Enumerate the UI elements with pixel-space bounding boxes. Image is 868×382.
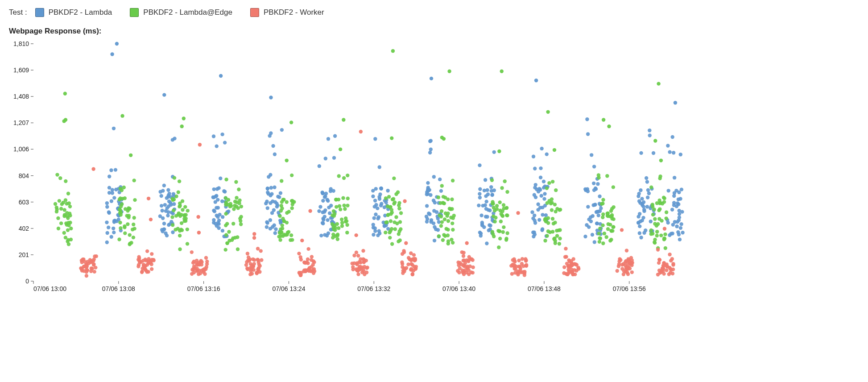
svg-text:07/06 13:08: 07/06 13:08 — [102, 285, 135, 292]
svg-point-884 — [444, 212, 447, 215]
svg-point-610 — [119, 226, 122, 230]
svg-point-130 — [220, 199, 224, 203]
svg-point-246 — [327, 231, 330, 235]
svg-point-688 — [173, 176, 176, 179]
svg-point-1345 — [412, 269, 415, 272]
svg-point-389 — [485, 241, 488, 245]
svg-point-447 — [591, 233, 594, 237]
svg-point-1008 — [606, 227, 610, 231]
svg-point-399 — [536, 202, 540, 206]
svg-point-933 — [500, 186, 504, 190]
svg-point-922 — [504, 206, 508, 210]
svg-point-1529 — [656, 273, 660, 276]
svg-point-535 — [672, 194, 676, 198]
svg-point-390 — [487, 228, 491, 232]
svg-point-478 — [585, 117, 589, 121]
svg-point-976 — [552, 222, 555, 225]
svg-point-1229 — [252, 232, 256, 236]
legend-item-worker[interactable]: PBKDF2 - Worker — [250, 8, 324, 17]
legend-item-lambda[interactable]: PBKDF2 - Lambda — [35, 8, 112, 17]
svg-point-371 — [484, 199, 488, 203]
svg-point-1015 — [611, 229, 614, 233]
svg-point-1017 — [608, 223, 612, 226]
svg-point-892 — [451, 216, 455, 220]
svg-point-1142 — [145, 249, 149, 253]
svg-point-165 — [219, 177, 222, 180]
svg-point-1170 — [191, 261, 195, 265]
svg-point-770 — [281, 224, 284, 227]
svg-point-1382 — [467, 258, 470, 262]
svg-point-1149 — [149, 218, 153, 221]
svg-point-323 — [436, 216, 440, 220]
svg-point-935 — [500, 214, 504, 217]
svg-point-789 — [342, 203, 346, 207]
svg-point-902 — [501, 230, 505, 234]
svg-point-169 — [219, 74, 223, 78]
svg-point-380 — [485, 215, 489, 219]
svg-point-1300 — [356, 272, 360, 276]
svg-point-1223 — [247, 256, 250, 259]
scatter-chart[interactable]: 02014026038041,0061,2071,4081,6091,81007… — [9, 40, 687, 295]
svg-point-1427 — [511, 264, 515, 267]
svg-point-464 — [595, 222, 599, 225]
svg-point-978 — [554, 239, 557, 243]
svg-point-1147 — [140, 270, 144, 273]
svg-point-1456 — [562, 265, 566, 269]
svg-point-198 — [270, 192, 273, 195]
svg-point-222 — [329, 187, 332, 191]
svg-text:1,810: 1,810 — [13, 40, 29, 47]
svg-point-1011 — [598, 227, 602, 230]
svg-point-684 — [183, 205, 187, 208]
svg-point-658 — [174, 228, 177, 231]
svg-text:1,207: 1,207 — [13, 119, 29, 126]
svg-point-880 — [451, 221, 454, 225]
svg-point-705 — [231, 237, 235, 240]
svg-point-377 — [478, 187, 482, 191]
svg-point-624 — [131, 228, 134, 231]
svg-point-690 — [174, 195, 178, 198]
svg-point-1190 — [197, 231, 201, 234]
svg-point-966 — [551, 217, 554, 220]
svg-point-332 — [433, 225, 436, 229]
svg-point-582 — [64, 236, 67, 239]
svg-point-122 — [167, 204, 170, 208]
legend-swatch-lambda — [35, 8, 44, 17]
svg-point-520 — [645, 180, 649, 183]
legend-item-lambda-edge[interactable]: PBKDF2 - Lambda@Edge — [130, 8, 232, 17]
svg-point-77 — [112, 231, 116, 234]
svg-point-895 — [442, 233, 446, 237]
svg-point-1101 — [91, 267, 94, 270]
svg-point-197 — [279, 191, 282, 195]
svg-point-236 — [326, 199, 330, 203]
legend-swatch-lambda-edge — [130, 8, 139, 17]
svg-point-974 — [551, 180, 554, 183]
svg-point-1025 — [598, 236, 601, 240]
svg-point-70 — [112, 220, 116, 224]
svg-point-111 — [167, 223, 170, 227]
svg-point-1020 — [605, 174, 609, 178]
svg-point-804 — [331, 222, 334, 226]
svg-point-234 — [327, 206, 331, 209]
svg-point-1527 — [667, 272, 671, 276]
svg-point-815 — [342, 118, 345, 121]
svg-text:07/06 13:24: 07/06 13:24 — [272, 285, 305, 292]
svg-point-1462 — [564, 247, 567, 250]
svg-point-732 — [226, 203, 229, 206]
svg-point-71 — [105, 241, 109, 244]
svg-point-896 — [448, 207, 451, 210]
svg-point-1268 — [299, 274, 302, 277]
svg-point-298 — [373, 205, 376, 208]
svg-point-1334 — [406, 262, 410, 266]
svg-point-1283 — [360, 270, 364, 274]
svg-point-631 — [123, 196, 127, 200]
svg-point-771 — [284, 233, 288, 237]
svg-point-852 — [387, 195, 391, 199]
svg-point-1296 — [358, 265, 362, 268]
svg-point-240 — [317, 209, 321, 213]
svg-point-383 — [485, 188, 489, 192]
svg-point-511 — [637, 192, 641, 195]
svg-point-721 — [239, 219, 242, 223]
svg-point-513 — [637, 221, 640, 224]
svg-point-325 — [439, 189, 443, 193]
svg-point-553 — [675, 204, 678, 208]
